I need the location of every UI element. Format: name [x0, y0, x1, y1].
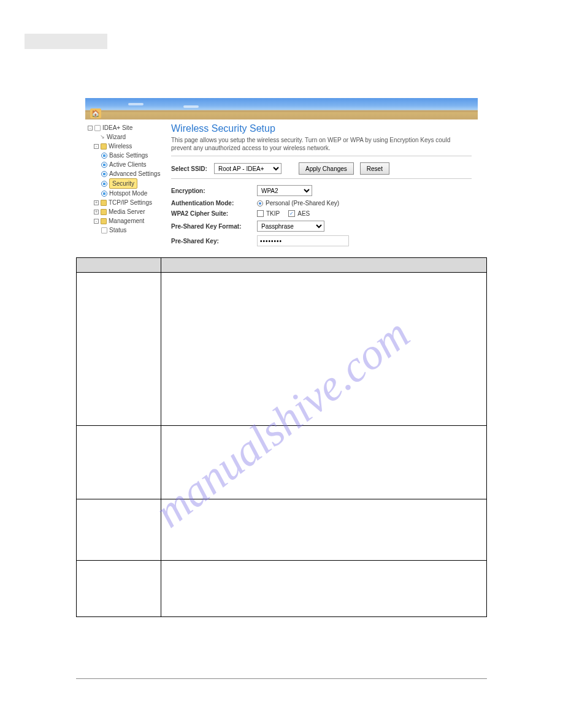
- table-cell-label: [77, 273, 161, 426]
- sidebar-nav: -IDEA+ Site ↘Wizard -Wireless Basic Sett…: [85, 122, 165, 246]
- nav-basic[interactable]: Basic Settings: [109, 151, 148, 160]
- nav-mgmt[interactable]: Management: [109, 216, 144, 226]
- table-cell-label: [77, 561, 161, 617]
- footer-divider: [76, 678, 487, 679]
- expand-icon[interactable]: +: [94, 200, 99, 205]
- auth-mode-radio-group: Personal (Pre-Shared Key): [257, 200, 472, 207]
- encryption-dropdown[interactable]: WPA2: [257, 185, 312, 196]
- page-icon: [101, 227, 107, 233]
- expand-icon[interactable]: +: [94, 210, 99, 214]
- documentation-table: [76, 257, 487, 617]
- divider: [171, 178, 472, 179]
- table-row: [77, 273, 487, 426]
- table-header-row: [77, 258, 487, 273]
- reset-button[interactable]: Reset: [360, 162, 389, 175]
- psk-format-label: Pre-Shared Key Format:: [171, 223, 257, 230]
- nav-media[interactable]: Media Server: [109, 207, 145, 216]
- nav-status[interactable]: Status: [109, 226, 126, 235]
- aes-label: AES: [297, 210, 310, 217]
- auth-personal-label: Personal (Pre-Shared Key): [266, 200, 339, 207]
- nav-tcpip[interactable]: TCP/IP Settings: [109, 198, 152, 207]
- home-icon[interactable]: 🏠: [90, 108, 101, 118]
- collapse-icon[interactable]: -: [88, 126, 93, 131]
- nav-security-active[interactable]: Security: [109, 178, 137, 189]
- table-cell-desc: [161, 499, 487, 561]
- nav-hotspot[interactable]: Hotspot Mode: [109, 189, 147, 198]
- router-admin-screenshot: 🏠 -IDEA+ Site ↘Wizard -Wireless Basic Se…: [85, 98, 478, 246]
- psk-label: Pre-Shared Key:: [171, 238, 257, 245]
- table-row: [77, 499, 487, 561]
- table-cell-label: [77, 426, 161, 499]
- folder-icon: [101, 209, 107, 215]
- select-ssid-dropdown[interactable]: Root AP - IDEA+: [214, 163, 282, 174]
- page-title: Wireless Security Setup: [171, 123, 472, 134]
- page-icon: [94, 125, 101, 131]
- table-cell-desc: [161, 273, 487, 426]
- tkip-label: TKIP: [266, 210, 280, 217]
- collapse-icon[interactable]: -: [94, 144, 99, 149]
- nav-advanced[interactable]: Advanced Settings: [109, 169, 160, 178]
- main-content: Wireless Security Setup This page allows…: [165, 122, 478, 246]
- wizard-icon: ↘: [100, 133, 105, 142]
- encryption-label: Encryption:: [171, 188, 257, 194]
- auth-mode-label: Authentication Mode:: [171, 200, 257, 207]
- table-header-desc: [161, 258, 487, 273]
- table-header-label: [77, 258, 161, 273]
- nav-active-clients[interactable]: Active Clients: [109, 160, 147, 169]
- auth-personal-radio[interactable]: [257, 200, 263, 207]
- gear-icon: [101, 153, 107, 159]
- gear-icon: [101, 171, 107, 177]
- aes-checkbox[interactable]: ✓: [288, 210, 295, 217]
- gear-icon: [101, 162, 107, 168]
- table-row: [77, 561, 487, 617]
- psk-input[interactable]: [257, 235, 349, 246]
- table-cell-label: [77, 499, 161, 561]
- select-ssid-label: Select SSID:: [171, 165, 208, 172]
- table-row: [77, 426, 487, 499]
- collapse-icon[interactable]: -: [94, 219, 99, 224]
- gear-icon: [101, 191, 107, 197]
- banner-image: 🏠: [85, 98, 478, 119]
- nav-wizard[interactable]: Wizard: [107, 132, 126, 142]
- psk-format-dropdown[interactable]: Passphrase: [257, 221, 324, 232]
- divider: [171, 156, 472, 156]
- table-cell-desc: [161, 561, 487, 617]
- tkip-checkbox[interactable]: [257, 210, 264, 217]
- page-description: This page allows you setup the wireless …: [171, 137, 472, 152]
- table-cell-desc: [161, 426, 487, 499]
- nav-root[interactable]: IDEA+ Site: [102, 123, 132, 132]
- cipher-suite-label: WPA2 Cipher Suite:: [171, 210, 257, 217]
- apply-changes-button[interactable]: Apply Changes: [299, 162, 354, 175]
- folder-icon: [101, 218, 107, 224]
- folder-icon: [101, 143, 107, 150]
- folder-icon: [101, 200, 107, 206]
- gear-icon: [101, 181, 107, 187]
- redacted-header-block: [25, 34, 107, 49]
- nav-wireless[interactable]: Wireless: [109, 142, 132, 151]
